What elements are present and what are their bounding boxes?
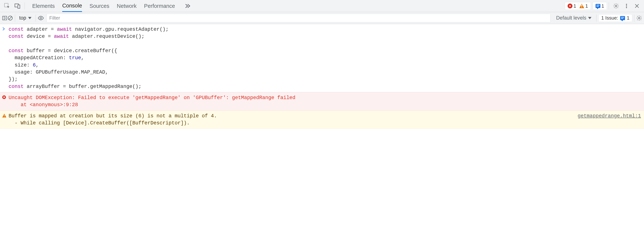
svg-rect-14 [4,115,4,116]
svg-point-12 [638,17,640,19]
error-text: Uncaught DOMException: Failed to execute… [8,94,641,108]
inspect-element-icon[interactable] [2,1,12,11]
execution-context-selector[interactable]: top [17,15,34,21]
info-icon [620,16,625,20]
info-count-chip[interactable]: 1 [593,2,607,10]
console-toolbar: top Default levels 1 Issue: 1 [0,12,644,24]
console-messages: const adapter = await navigator.gpu.requ… [0,24,644,129]
devtools-main-toolbar: Elements Console Sources Network Perform… [0,0,644,12]
kebab-menu-icon[interactable] [621,1,632,11]
input-prompt-icon [2,26,8,90]
tab-elements[interactable]: Elements [32,0,55,12]
warning-count-value: 1 [585,3,588,9]
info-icon [596,4,600,8]
tab-performance[interactable]: Performance [144,0,175,12]
tab-network[interactable]: Network [117,0,136,12]
error-icon [2,94,8,108]
close-icon[interactable] [632,1,642,11]
svg-point-5 [626,6,627,6]
svg-point-4 [626,4,627,5]
separator [596,14,596,22]
console-warning-entry[interactable]: Buffer is mapped at creation but its siz… [0,111,644,129]
warning-icon [2,112,8,127]
input-code: const adapter = await navigator.gpu.requ… [8,26,641,90]
toggle-sidebar-icon[interactable] [2,15,8,21]
error-icon [568,4,572,8]
tab-sources[interactable]: Sources [90,0,109,12]
svg-point-3 [615,5,617,7]
warning-icon [579,4,584,8]
svg-point-6 [626,7,627,8]
filter-input[interactable] [46,14,551,22]
error-count[interactable]: 1 [566,3,577,9]
tab-console[interactable]: Console [62,0,82,12]
issues-chip[interactable]: 1 Issue: 1 [598,14,632,22]
console-settings-gear-icon[interactable] [636,15,642,21]
info-count-value: 1 [602,3,604,9]
issues-count: 1 [627,15,630,21]
device-toolbar-icon[interactable] [12,1,23,11]
message-counts[interactable]: 1 1 [565,2,591,10]
clear-console-icon[interactable] [8,15,13,21]
svg-line-10 [9,16,12,19]
settings-gear-icon[interactable] [611,1,621,11]
warning-source-link[interactable]: getmappedrange.html:1 [578,112,641,120]
issues-label: 1 Issue: [601,15,618,21]
console-error-entry[interactable]: Uncaught DOMException: Failed to execute… [0,92,644,111]
log-levels-selector[interactable]: Default levels [553,15,594,21]
svg-rect-2 [18,5,20,8]
warning-line1: Buffer is mapped at creation but its siz… [8,112,570,120]
error-count-value: 1 [574,3,576,9]
warning-line2: - While calling [Device].CreateBuffer([B… [8,120,641,127]
svg-rect-7 [2,16,7,20]
svg-point-11 [40,17,42,19]
separator [24,2,25,10]
separator [609,2,609,10]
chevron-down-icon [588,17,592,19]
svg-rect-15 [4,116,4,117]
levels-label: Default levels [556,15,586,21]
panel-tabs: Elements Console Sources Network Perform… [27,0,198,12]
warning-count[interactable]: 1 [578,3,589,9]
live-expression-eye-icon[interactable] [38,15,44,21]
separator [36,14,36,22]
separator [634,14,634,22]
console-input-entry[interactable]: const adapter = await navigator.gpu.requ… [0,24,644,92]
context-label: top [19,15,26,21]
more-tabs-chevron-icon[interactable] [182,1,193,11]
info-count[interactable]: 1 [594,3,605,9]
chevron-down-icon [28,17,32,19]
